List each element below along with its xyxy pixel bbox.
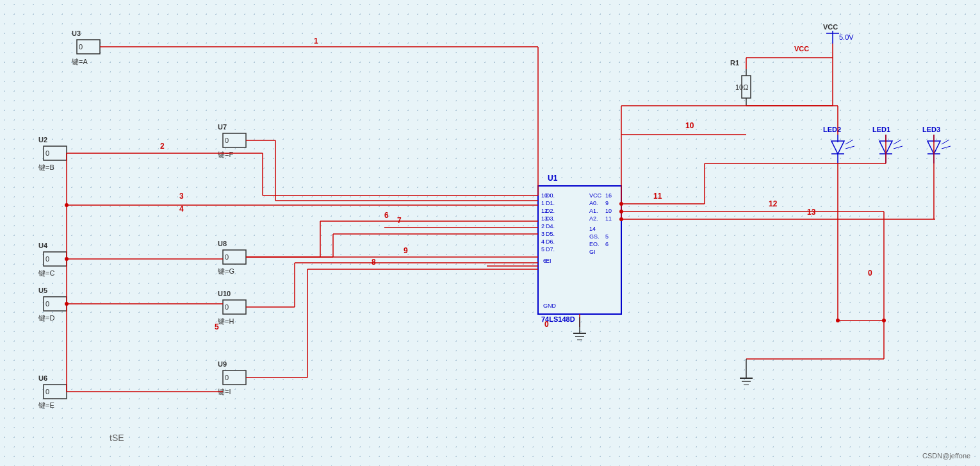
svg-text:LED1: LED1 bbox=[872, 126, 890, 133]
svg-text:0: 0 bbox=[45, 300, 49, 308]
svg-text:LED3: LED3 bbox=[922, 126, 940, 133]
svg-text:tSE: tSE bbox=[110, 433, 124, 443]
svg-text:10: 10 bbox=[605, 208, 612, 214]
svg-text:U4: U4 bbox=[38, 242, 48, 249]
svg-text:12: 12 bbox=[541, 208, 548, 214]
svg-line-89 bbox=[845, 146, 854, 149]
svg-text:键=A: 键=A bbox=[71, 58, 88, 65]
svg-text:4: 4 bbox=[541, 238, 544, 245]
svg-text:16: 16 bbox=[605, 192, 612, 199]
svg-text:U7: U7 bbox=[218, 123, 227, 131]
svg-text:U3: U3 bbox=[72, 29, 81, 37]
svg-text:0: 0 bbox=[544, 320, 549, 329]
svg-text:D4.: D4. bbox=[546, 223, 555, 229]
svg-text:0: 0 bbox=[868, 269, 872, 278]
svg-rect-12 bbox=[44, 297, 67, 311]
svg-text:10: 10 bbox=[685, 121, 694, 130]
svg-point-180 bbox=[836, 319, 840, 322]
svg-text:1: 1 bbox=[314, 37, 318, 46]
svg-rect-28 bbox=[223, 300, 246, 314]
svg-point-184 bbox=[65, 302, 69, 306]
svg-text:11: 11 bbox=[605, 215, 612, 222]
svg-text:1: 1 bbox=[541, 200, 544, 206]
svg-text:键=F: 键=F bbox=[217, 151, 233, 158]
svg-text:0: 0 bbox=[225, 303, 229, 311]
svg-text:7: 7 bbox=[397, 216, 402, 225]
svg-text:A1.: A1. bbox=[589, 208, 598, 214]
svg-marker-84 bbox=[831, 141, 844, 154]
svg-text:9: 9 bbox=[404, 246, 408, 255]
svg-rect-24 bbox=[223, 250, 246, 264]
svg-text:12: 12 bbox=[769, 199, 778, 208]
svg-text:0: 0 bbox=[45, 149, 49, 157]
svg-text:5.0V: 5.0V bbox=[839, 33, 854, 41]
svg-text:U8: U8 bbox=[218, 240, 227, 247]
svg-text:3: 3 bbox=[179, 192, 184, 201]
svg-text:EI: EI bbox=[546, 258, 551, 264]
svg-point-181 bbox=[882, 319, 886, 322]
svg-rect-80 bbox=[742, 76, 751, 98]
svg-marker-98 bbox=[927, 141, 940, 154]
svg-rect-8 bbox=[44, 252, 67, 266]
svg-text:14: 14 bbox=[589, 226, 596, 232]
svg-line-102 bbox=[942, 140, 949, 144]
svg-text:0: 0 bbox=[225, 253, 229, 261]
svg-text:13: 13 bbox=[807, 208, 816, 217]
svg-text:键=C: 键=C bbox=[38, 269, 54, 277]
svg-rect-16 bbox=[44, 385, 67, 399]
svg-text:A2.: A2. bbox=[589, 215, 598, 222]
svg-text:11: 11 bbox=[653, 192, 662, 201]
svg-text:GI: GI bbox=[589, 249, 596, 255]
svg-text:U6: U6 bbox=[38, 374, 47, 382]
svg-text:GND: GND bbox=[543, 303, 557, 309]
svg-text:键=E: 键=E bbox=[38, 401, 54, 409]
svg-text:4: 4 bbox=[179, 204, 184, 213]
svg-text:74LS148D: 74LS148D bbox=[541, 315, 575, 323]
svg-line-96 bbox=[894, 146, 902, 149]
svg-marker-91 bbox=[879, 141, 892, 154]
svg-text:键=G: 键=G bbox=[217, 267, 234, 275]
svg-text:U10: U10 bbox=[218, 290, 231, 297]
svg-line-103 bbox=[942, 146, 951, 149]
svg-text:R1: R1 bbox=[730, 59, 739, 67]
svg-line-88 bbox=[845, 140, 853, 144]
svg-text:键=D: 键=D bbox=[38, 314, 54, 322]
svg-text:A0.: A0. bbox=[589, 200, 598, 206]
svg-text:VCC: VCC bbox=[823, 23, 838, 31]
svg-point-183 bbox=[65, 257, 69, 261]
svg-text:D1.: D1. bbox=[546, 200, 555, 206]
svg-text:10: 10 bbox=[541, 192, 548, 199]
svg-text:2: 2 bbox=[160, 142, 165, 151]
svg-text:9: 9 bbox=[605, 200, 608, 206]
svg-text:D2.: D2. bbox=[546, 208, 555, 214]
svg-text:D7.: D7. bbox=[546, 246, 555, 253]
svg-text:VCC: VCC bbox=[794, 45, 809, 53]
svg-text:3: 3 bbox=[541, 231, 544, 237]
svg-text:8: 8 bbox=[372, 258, 376, 267]
svg-text:5: 5 bbox=[541, 246, 544, 253]
svg-text:VCC: VCC bbox=[589, 192, 602, 199]
svg-point-177 bbox=[619, 202, 623, 206]
svg-point-178 bbox=[619, 210, 623, 213]
svg-rect-20 bbox=[223, 133, 246, 147]
svg-text:D5.: D5. bbox=[546, 231, 555, 237]
svg-text:0: 0 bbox=[225, 374, 229, 381]
svg-line-95 bbox=[894, 140, 901, 144]
svg-text:U2: U2 bbox=[38, 136, 47, 144]
svg-text:6: 6 bbox=[605, 241, 608, 247]
svg-text:U5: U5 bbox=[38, 287, 47, 294]
svg-text:13: 13 bbox=[541, 215, 548, 222]
svg-text:0: 0 bbox=[45, 255, 49, 263]
svg-text:0: 0 bbox=[79, 43, 83, 51]
svg-text:2: 2 bbox=[541, 223, 544, 229]
svg-text:D3.: D3. bbox=[546, 215, 555, 222]
schematic: 0 U3 键=A 0 U2 键=B 0 U4 键=C 0 U5 键=D 0 U6… bbox=[0, 0, 980, 466]
svg-text:键=I: 键=I bbox=[217, 388, 231, 395]
svg-text:D0.: D0. bbox=[546, 192, 555, 199]
svg-text:U1: U1 bbox=[548, 174, 558, 183]
svg-text:U9: U9 bbox=[218, 360, 227, 368]
svg-rect-36 bbox=[538, 186, 621, 314]
svg-text:6: 6 bbox=[543, 258, 546, 264]
svg-rect-4 bbox=[44, 146, 67, 160]
svg-text:6: 6 bbox=[384, 211, 389, 220]
